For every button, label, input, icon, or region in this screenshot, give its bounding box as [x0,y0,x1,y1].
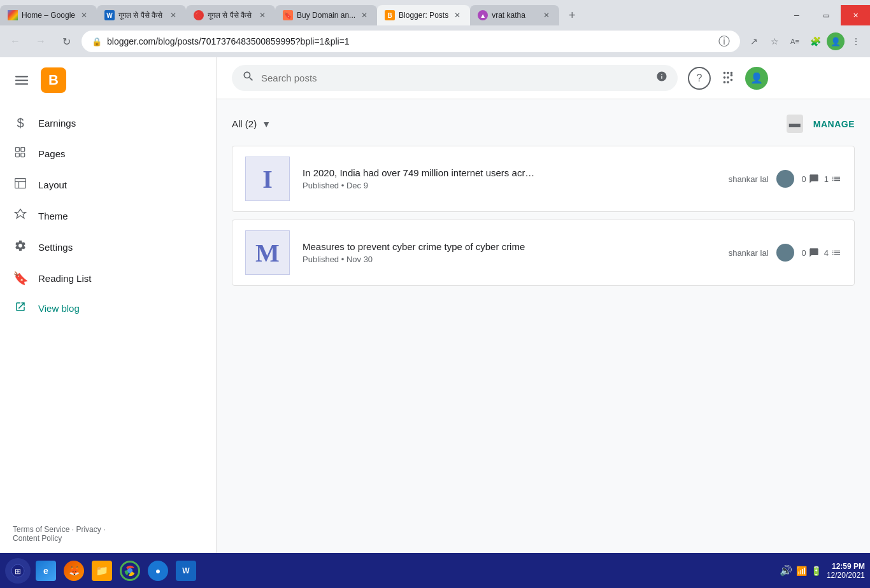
post-title-1: In 2020, India had over 749 million inte… [303,167,716,178]
window-controls: ─ ▭ ✕ [782,5,870,25]
tab-close-6[interactable]: ✕ [541,10,552,20]
settings-icon [13,239,28,255]
tab-close-4[interactable]: ✕ [359,10,369,20]
tab-favicon-5: B [385,10,395,20]
tab-close-5[interactable]: ✕ [452,10,462,20]
tab-label-5: Blogger: Posts [399,11,448,20]
volume-icon[interactable]: 🔊 [780,564,792,577]
word-icon: W [176,561,196,581]
close-button[interactable]: ✕ [841,5,870,25]
svg-rect-6 [21,153,25,157]
firefox-icon: 🦊 [64,561,84,581]
taskbar-ie[interactable]: e [33,558,59,584]
tab-close-3[interactable]: ✕ [257,10,267,20]
taskbar-blue-circle[interactable]: ● [145,558,171,584]
reading-list-icon: 🔖 [13,270,28,286]
view-blog-icon [13,301,28,316]
posts-filter[interactable]: All (2) ▼ [232,118,271,129]
search-bar[interactable] [232,65,678,91]
taskbar-firefox[interactable]: 🦊 [61,558,87,584]
tab-label-6: vrat katha [492,11,538,20]
svg-rect-4 [21,148,25,152]
back-button[interactable]: ← [5,31,25,52]
theme-icon [13,208,28,224]
author-avatar-2 [776,244,794,262]
taskbar-chrome[interactable] [117,558,143,584]
tab-favicon-4: 🔖 [283,10,293,20]
post-right-1: shankar lal 0 1 [729,170,841,188]
post-card-2[interactable]: M Measures to prevent cyber crime type o… [232,220,855,286]
svg-rect-0 [15,76,28,77]
sidebar-item-pages[interactable]: Pages [0,138,211,169]
bookmark-button[interactable]: ☆ [766,32,783,50]
post-stats-2: 0 4 [802,248,841,258]
sidebar-item-earnings[interactable]: $ Earnings [0,108,211,138]
apps-button[interactable] [721,69,735,87]
tab-1[interactable]: Home – Google ✕ [0,5,97,25]
views-stat-1: 1 [824,174,841,184]
user-avatar[interactable]: 👤 [745,67,768,90]
maximize-button[interactable]: ▭ [811,5,841,25]
address-input[interactable]: 🔒 blogger.com/blog/posts/701737648350085… [82,31,740,52]
info-button[interactable] [656,71,667,85]
search-input[interactable] [261,73,650,83]
reader-button[interactable]: A≡ [786,32,804,50]
taskbar-word[interactable]: W [173,558,199,584]
system-clock[interactable]: 12:59 PM 12/20/2021 [827,562,865,580]
tab-4[interactable]: 🔖 Buy Domain an... ✕ [275,5,377,25]
posts-actions: ▬ MANAGE [787,115,855,133]
minimize-button[interactable]: ─ [782,5,811,25]
tab-favicon-1 [8,10,18,20]
taskbar-folder[interactable]: 📁 [89,558,115,584]
toolbar-right: ? 👤 [688,67,768,90]
filter-chevron-icon: ▼ [262,119,271,129]
terms-link[interactable]: Terms of Service [13,525,69,534]
help-button[interactable]: ? [688,67,711,90]
tab-favicon-6: ▲ [478,10,488,20]
views-stat-2: 4 [824,248,841,258]
tab-close-1[interactable]: ✕ [79,10,89,20]
extension-button[interactable]: 🧩 [806,32,824,50]
svg-rect-5 [16,153,20,157]
sidebar-item-settings[interactable]: Settings [0,232,211,263]
posts-area: All (2) ▼ ▬ MANAGE I In 2020, India had … [217,99,870,553]
chrome-icon [120,561,140,581]
sidebar-item-layout[interactable]: Layout [0,169,211,200]
address-bar: ← → ↻ 🔒 blogger.com/blog/posts/701737648… [0,25,870,57]
reload-button[interactable]: ↻ [56,31,76,52]
start-button[interactable]: ⊞ [5,558,31,584]
info-icon[interactable]: ⓘ [718,34,730,49]
app-layout: B $ Earnings Pages Layout [0,57,870,553]
tab-3[interactable]: 🚫 गूगल से पैसे कैसे ✕ [186,5,275,25]
network-icon[interactable]: 📶 [796,566,807,576]
content-policy-link[interactable]: Content Policy [13,534,62,543]
filter-label: All (2) [232,118,257,129]
sidebar-item-reading-list-label: Reading List [38,273,91,284]
sidebar-item-theme[interactable]: Theme [0,200,211,232]
tab-2[interactable]: W गूगल से पैसे कैसे ✕ [97,5,186,25]
tab-close-2[interactable]: ✕ [168,10,178,20]
sidebar-item-reading-list[interactable]: 🔖 Reading List [0,263,211,293]
author-avatar-1 [776,170,794,188]
new-tab-button[interactable]: + [562,5,582,25]
tab-6[interactable]: ▲ vrat katha ✕ [470,5,559,25]
forward-button[interactable]: → [31,31,51,52]
post-thumbnail-1: I [245,157,290,201]
search-icon [242,70,255,86]
post-stats-1: 0 1 [802,174,841,184]
share-button[interactable]: ↗ [745,32,763,50]
tab-5[interactable]: B Blogger: Posts ✕ [377,5,470,25]
tab-label-3: गूगल से पैसे कैसे [208,11,253,20]
post-card-1[interactable]: I In 2020, India had over 749 million in… [232,146,855,212]
sidebar-item-view-blog[interactable]: View blog [0,293,211,323]
view-mode-icon[interactable]: ▬ [787,115,803,133]
tray-icons: 🔊 📶 🔋 [780,564,822,577]
profile-avatar[interactable]: 👤 [827,32,845,50]
tab-label-4: Buy Domain an... [297,11,355,20]
menu-button[interactable]: ⋮ [847,32,865,50]
address-text: blogger.com/blog/posts/70173764835008599… [107,36,713,46]
manage-button[interactable]: MANAGE [813,119,855,129]
privacy-link[interactable]: Privacy [76,525,101,534]
battery-icon[interactable]: 🔋 [811,566,822,576]
hamburger-menu[interactable] [10,69,33,92]
